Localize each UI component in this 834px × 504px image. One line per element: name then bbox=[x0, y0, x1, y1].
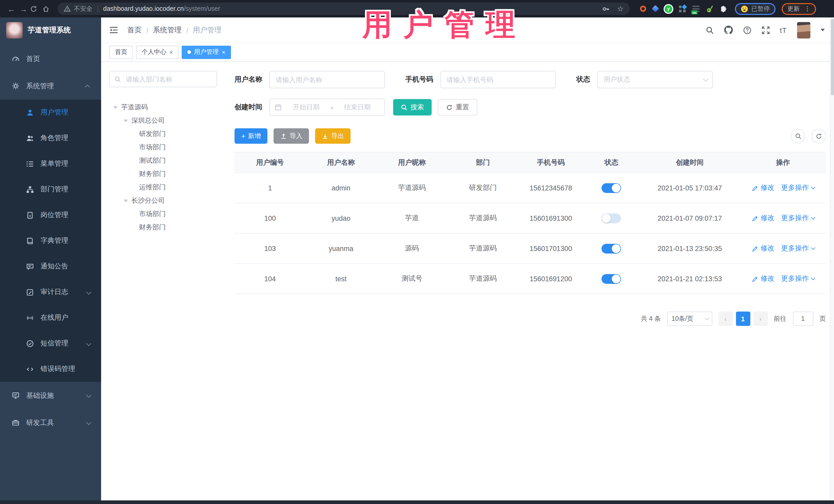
status-toggle[interactable] bbox=[602, 243, 621, 253]
date-range-picker[interactable]: 开始日期 - 结束日期 bbox=[269, 98, 385, 116]
dept-search-input[interactable] bbox=[125, 75, 212, 83]
tree-node[interactable]: 运维部门 bbox=[109, 181, 221, 194]
security-warning-icon[interactable] bbox=[64, 5, 71, 12]
export-button[interactable]: 导出 bbox=[315, 128, 351, 144]
extensions-puzzle-icon[interactable] bbox=[720, 5, 727, 12]
browser-forward-icon[interactable]: → bbox=[18, 4, 30, 13]
tab-user-management[interactable]: 用户管理 × bbox=[182, 45, 231, 59]
import-button[interactable]: 导入 bbox=[273, 128, 309, 144]
sidebar-item-roles[interactable]: 角色管理 bbox=[0, 125, 101, 151]
sidebar-item-menus[interactable]: 菜单管理 bbox=[0, 151, 101, 177]
profile-paused-chip[interactable]: 已暂停 bbox=[735, 3, 775, 15]
current-page-button[interactable]: 1 bbox=[736, 311, 750, 326]
close-icon[interactable]: × bbox=[222, 48, 225, 56]
caret-down-icon[interactable] bbox=[113, 106, 117, 109]
status-toggle[interactable] bbox=[602, 183, 621, 193]
browser-update-button[interactable]: 更新 ⋮ bbox=[782, 3, 816, 15]
next-page-button[interactable]: › bbox=[753, 311, 768, 326]
refresh-table-icon-button[interactable] bbox=[811, 129, 826, 143]
extension-grid-icon[interactable] bbox=[679, 5, 686, 12]
sidebar-item-notice[interactable]: 通知公告 bbox=[0, 254, 101, 279]
breadcrumb-section[interactable]: 系统管理 bbox=[153, 25, 182, 35]
dept-tree: 芋道源码 深圳总公司 研发部门 市场部门 测试部门 财务部门 运维部门 长沙分公… bbox=[109, 101, 221, 234]
scrollbar-thumb[interactable] bbox=[831, 19, 834, 95]
extension-orange-icon[interactable] bbox=[640, 6, 646, 12]
browser-menu-icon[interactable]: ⋮ bbox=[804, 6, 810, 12]
breadcrumb-home[interactable]: 首页 bbox=[127, 25, 142, 35]
caret-down-icon[interactable] bbox=[124, 199, 128, 202]
sidebar-item-sms[interactable]: 短信管理 bbox=[0, 330, 101, 356]
close-icon[interactable]: × bbox=[169, 48, 173, 56]
sidebar-item-system[interactable]: 系统管理 bbox=[0, 72, 101, 100]
extension-list-icon[interactable]: on bbox=[692, 6, 700, 12]
tree-node[interactable]: 财务部门 bbox=[109, 221, 221, 234]
tab-profile[interactable]: 个人中心 × bbox=[136, 45, 179, 59]
status-select[interactable]: 用户状态 bbox=[597, 71, 713, 88]
sidebar-collapse-icon[interactable] bbox=[109, 26, 118, 34]
font-size-icon[interactable]: tT bbox=[780, 26, 787, 34]
reset-button[interactable]: 重置 bbox=[438, 99, 477, 115]
edit-link[interactable]: 修改 bbox=[761, 274, 774, 283]
more-actions-link[interactable]: 更多操作 bbox=[781, 274, 814, 283]
bookmark-star-icon[interactable]: ☆ bbox=[617, 5, 623, 13]
sidebar-item-audit-log[interactable]: 审计日志 bbox=[0, 279, 101, 305]
sidebar-item-users[interactable]: 用户管理 bbox=[0, 100, 101, 125]
start-date-placeholder[interactable]: 开始日期 bbox=[284, 103, 329, 112]
prev-page-button[interactable]: ‹ bbox=[718, 311, 733, 326]
github-icon[interactable] bbox=[724, 26, 733, 35]
goto-page-input[interactable] bbox=[793, 311, 813, 326]
edit-link[interactable]: 修改 bbox=[761, 183, 774, 193]
end-date-placeholder[interactable]: 结束日期 bbox=[335, 103, 380, 112]
help-icon[interactable] bbox=[743, 26, 751, 34]
tab-home[interactable]: 首页 bbox=[109, 45, 133, 59]
status-toggle[interactable] bbox=[602, 213, 621, 223]
sidebar-item-home[interactable]: 首页 bbox=[0, 45, 101, 72]
search-icon[interactable] bbox=[705, 26, 714, 34]
status-toggle[interactable] bbox=[602, 274, 621, 284]
app-logo-row[interactable]: 芋道管理系统 bbox=[0, 18, 101, 43]
page-scrollbar[interactable] bbox=[830, 18, 834, 500]
security-label[interactable]: 不安全 bbox=[74, 4, 92, 13]
user-avatar[interactable] bbox=[797, 22, 810, 38]
sidebar-item-dict[interactable]: 字典管理 bbox=[0, 228, 101, 254]
browser-home-icon[interactable] bbox=[42, 5, 54, 13]
tree-node[interactable]: 芋道源码 bbox=[109, 101, 221, 114]
caret-down-icon[interactable] bbox=[124, 119, 128, 122]
url-path[interactable]: /system/user bbox=[184, 5, 220, 12]
add-button[interactable]: + 新增 bbox=[235, 128, 267, 144]
sidebar-item-depts[interactable]: 部门管理 bbox=[0, 177, 101, 202]
page-size-select[interactable]: 10条/页 bbox=[667, 311, 712, 326]
sidebar-item-error-codes[interactable]: 错误码管理 bbox=[0, 356, 101, 382]
tree-node[interactable]: 研发部门 bbox=[109, 127, 221, 140]
username-input[interactable] bbox=[269, 71, 385, 88]
browser-back-icon[interactable]: ← bbox=[5, 4, 18, 13]
tree-node[interactable]: 市场部门 bbox=[109, 140, 221, 154]
edit-link[interactable]: 修改 bbox=[761, 214, 774, 223]
avatar-caret-icon[interactable] bbox=[821, 29, 825, 31]
sidebar-item-label: 首页 bbox=[26, 54, 40, 63]
mobile-input[interactable] bbox=[440, 71, 556, 88]
tree-node[interactable]: 深圳总公司 bbox=[109, 114, 221, 127]
url-host[interactable]: dashboard.yudao.iocoder.cn bbox=[103, 5, 184, 12]
browser-reload-icon[interactable] bbox=[30, 5, 42, 13]
sidebar-item-online-users[interactable]: 在线用户 bbox=[0, 305, 101, 330]
extension-gem-icon[interactable] bbox=[652, 5, 659, 12]
extension-green-icon[interactable]: y bbox=[665, 5, 672, 13]
search-button[interactable]: 搜索 bbox=[393, 99, 432, 115]
sidebar-item-infra[interactable]: 基础设施 bbox=[0, 382, 101, 409]
address-bar[interactable]: 不安全 dashboard.yudao.iocoder.cn/system/us… bbox=[58, 3, 630, 15]
extension-tadpole-icon[interactable] bbox=[706, 5, 714, 13]
more-actions-link[interactable]: 更多操作 bbox=[781, 183, 814, 193]
tree-node[interactable]: 长沙分公司 bbox=[109, 194, 221, 207]
fullscreen-icon[interactable] bbox=[761, 26, 770, 34]
more-actions-link[interactable]: 更多操作 bbox=[781, 214, 814, 223]
more-actions-link[interactable]: 更多操作 bbox=[781, 244, 814, 253]
sidebar-item-dev-tools[interactable]: 研发工具 bbox=[0, 409, 101, 436]
sidebar-item-posts[interactable]: 岗位管理 bbox=[0, 202, 101, 228]
tree-node[interactable]: 市场部门 bbox=[109, 207, 221, 221]
edit-link[interactable]: 修改 bbox=[761, 244, 774, 253]
tree-node[interactable]: 测试部门 bbox=[109, 154, 221, 167]
tree-node[interactable]: 财务部门 bbox=[109, 167, 221, 181]
show-search-icon-button[interactable] bbox=[791, 129, 805, 143]
password-key-icon[interactable] bbox=[602, 5, 610, 13]
